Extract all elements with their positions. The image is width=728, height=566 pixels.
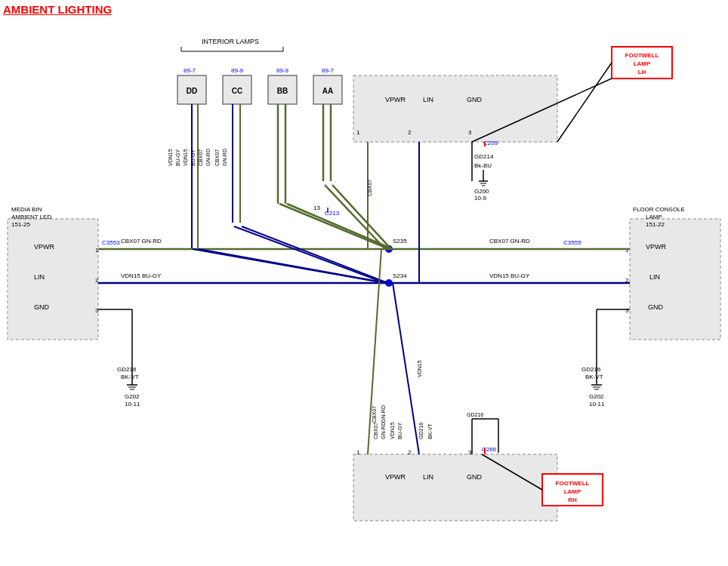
svg-text:AA: AA bbox=[322, 87, 333, 95]
svg-text:BU-GY: BU-GY bbox=[397, 423, 403, 440]
interior-lamps-label: INTERIOR LAMPS bbox=[202, 38, 259, 45]
svg-text:FLOOR CONSOLE: FLOOR CONSOLE bbox=[633, 206, 685, 213]
svg-text:CBX07: CBX07 bbox=[372, 406, 377, 423]
svg-text:GD214: GD214 bbox=[474, 153, 494, 160]
svg-text:VPWR: VPWR bbox=[385, 473, 406, 481]
svg-text:LAMP: LAMP bbox=[646, 214, 662, 220]
svg-text:1: 1 bbox=[95, 247, 99, 254]
svg-text:89-7: 89-7 bbox=[322, 67, 335, 74]
svg-text:VPWR: VPWR bbox=[34, 243, 55, 251]
svg-text:VDN15: VDN15 bbox=[168, 149, 173, 166]
svg-text:89-9: 89-9 bbox=[231, 67, 244, 74]
svg-text:LIN: LIN bbox=[423, 96, 433, 103]
svg-text:LAMP: LAMP bbox=[634, 60, 651, 67]
svg-rect-12 bbox=[353, 75, 557, 142]
svg-text:FOOTWELL: FOOTWELL bbox=[625, 52, 659, 59]
svg-text:VDN15: VDN15 bbox=[183, 149, 188, 166]
svg-text:BK-VT: BK-VT bbox=[121, 374, 139, 380]
svg-text:GD216: GD216 bbox=[581, 366, 601, 373]
svg-text:GN-RD: GN-RD bbox=[222, 149, 227, 166]
svg-text:1: 1 bbox=[625, 247, 629, 254]
svg-text:Bk-BU: Bk-BU bbox=[474, 162, 492, 169]
svg-text:89-7: 89-7 bbox=[184, 67, 196, 74]
svg-text:10-11: 10-11 bbox=[589, 401, 605, 408]
svg-text:CBX07: CBX07 bbox=[367, 180, 372, 196]
svg-text:3: 3 bbox=[95, 307, 99, 314]
svg-text:LAMP: LAMP bbox=[564, 488, 581, 495]
svg-text:C213: C213 bbox=[325, 210, 340, 217]
svg-text:1: 1 bbox=[356, 129, 360, 136]
svg-text:GND: GND bbox=[34, 303, 50, 311]
svg-text:RH: RH bbox=[568, 497, 577, 503]
svg-text:LH: LH bbox=[638, 69, 646, 75]
svg-text:GD216: GD216 bbox=[117, 366, 137, 373]
wiring-diagram: AMBIENT LIGHTING INTERIOR LAMPS DD 89-7 … bbox=[0, 0, 728, 566]
svg-text:AMBIENT LED: AMBIENT LED bbox=[11, 214, 51, 220]
svg-text:BK-VT: BK-VT bbox=[427, 423, 433, 439]
svg-text:CBX07: CBX07 bbox=[373, 423, 378, 439]
svg-text:FOOTWELL: FOOTWELL bbox=[556, 480, 590, 487]
svg-text:BU-GY: BU-GY bbox=[190, 149, 196, 167]
svg-text:GD216: GD216 bbox=[418, 423, 424, 439]
svg-text:GND: GND bbox=[648, 303, 664, 311]
svg-text:DD: DD bbox=[187, 87, 197, 95]
svg-text:2: 2 bbox=[408, 449, 412, 456]
svg-line-95 bbox=[234, 226, 385, 283]
svg-text:BU-GY: BU-GY bbox=[175, 149, 180, 167]
svg-text:MEDIA BIN: MEDIA BIN bbox=[11, 206, 42, 213]
svg-text:3: 3 bbox=[468, 129, 472, 136]
svg-text:G200: G200 bbox=[474, 188, 489, 195]
svg-line-96 bbox=[242, 226, 388, 283]
svg-text:GND: GND bbox=[467, 96, 483, 103]
svg-text:GN-RD: GN-RD bbox=[381, 422, 386, 439]
svg-text:CBX07  GN-RD: CBX07 GN-RD bbox=[121, 238, 162, 245]
svg-text:89-9: 89-9 bbox=[276, 67, 289, 74]
svg-text:LIN: LIN bbox=[649, 273, 660, 281]
svg-text:S235: S235 bbox=[393, 238, 407, 245]
svg-line-93 bbox=[332, 185, 391, 249]
svg-text:GD216: GD216 bbox=[467, 412, 483, 417]
svg-text:C3555: C3555 bbox=[563, 239, 581, 246]
svg-text:VPWR: VPWR bbox=[385, 96, 406, 103]
svg-line-145 bbox=[557, 63, 612, 142]
svg-text:10-9: 10-9 bbox=[474, 195, 487, 201]
svg-text:2: 2 bbox=[408, 129, 412, 136]
svg-text:GN-RD: GN-RD bbox=[205, 149, 211, 166]
svg-text:VDN15: VDN15 bbox=[417, 360, 422, 377]
svg-text:LIN: LIN bbox=[423, 473, 433, 481]
svg-text:10-11: 10-11 bbox=[125, 401, 140, 408]
svg-rect-53 bbox=[353, 454, 557, 521]
wiring-svg: INTERIOR LAMPS DD 89-7 CC 89-9 BB 89-9 A… bbox=[0, 0, 728, 566]
svg-text:BK-VT: BK-VT bbox=[585, 374, 603, 380]
svg-text:CBX07: CBX07 bbox=[214, 149, 220, 166]
svg-text:151-22: 151-22 bbox=[646, 221, 665, 228]
svg-text:CBX07: CBX07 bbox=[198, 149, 203, 166]
svg-line-91 bbox=[287, 204, 393, 249]
svg-text:C3553: C3553 bbox=[102, 239, 120, 246]
svg-rect-43 bbox=[630, 219, 720, 340]
svg-text:VDN15  BU-GY: VDN15 BU-GY bbox=[121, 272, 162, 279]
svg-text:GN-RD: GN-RD bbox=[381, 405, 386, 423]
svg-text:151-25: 151-25 bbox=[11, 221, 30, 228]
svg-rect-33 bbox=[8, 219, 98, 340]
svg-text:S234: S234 bbox=[393, 272, 407, 279]
svg-text:13: 13 bbox=[313, 205, 320, 211]
svg-text:VPWR: VPWR bbox=[646, 243, 667, 251]
svg-text:G202: G202 bbox=[589, 393, 604, 400]
svg-text:3: 3 bbox=[625, 307, 629, 314]
svg-text:VDN15  BU-GY: VDN15 BU-GY bbox=[489, 272, 530, 279]
svg-text:CC: CC bbox=[232, 87, 242, 95]
svg-text:GND: GND bbox=[467, 473, 483, 481]
svg-text:LIN: LIN bbox=[34, 273, 45, 281]
svg-text:G202: G202 bbox=[125, 393, 140, 400]
svg-text:CBX07  GN-RD: CBX07 GN-RD bbox=[489, 238, 530, 245]
svg-text:BB: BB bbox=[277, 87, 288, 95]
svg-text:1: 1 bbox=[356, 449, 360, 456]
svg-line-92 bbox=[325, 185, 385, 249]
svg-text:C266: C266 bbox=[482, 446, 497, 453]
svg-text:VDN15: VDN15 bbox=[390, 422, 395, 439]
svg-line-97 bbox=[199, 249, 387, 283]
